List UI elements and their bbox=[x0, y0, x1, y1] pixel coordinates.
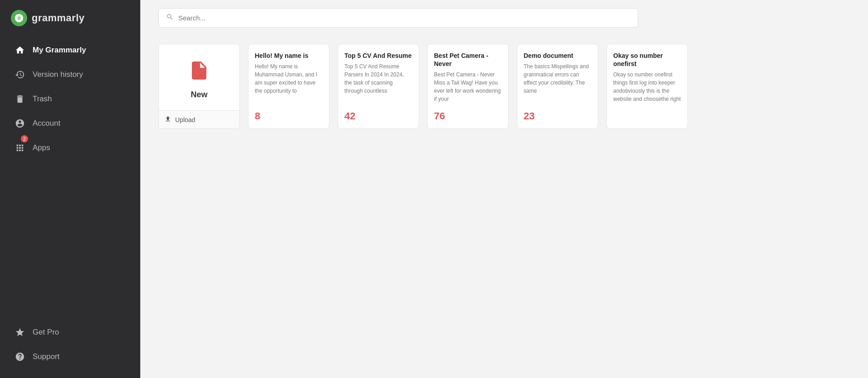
new-file-icon bbox=[188, 60, 210, 85]
doc-excerpt-3: The basics Mispellings and grammatical e… bbox=[524, 62, 591, 103]
doc-card-body-3: Demo document The basics Mispellings and… bbox=[517, 44, 598, 107]
main-content: New Upload Hello! My name is Hello! My n… bbox=[140, 0, 868, 378]
trash-icon bbox=[14, 94, 25, 104]
apps-badge: 2 bbox=[21, 135, 28, 142]
sidebar-label-my-grammarly: My Grammarly bbox=[33, 46, 86, 55]
doc-card-body-4: Okay so number onefirst Okay so number o… bbox=[607, 44, 687, 128]
search-input[interactable] bbox=[178, 14, 630, 22]
logo-text: grammarly bbox=[32, 12, 85, 24]
doc-card-4[interactable]: Okay so number onefirst Okay so number o… bbox=[606, 44, 688, 129]
doc-title-4: Okay so number onefirst bbox=[613, 52, 681, 68]
star-icon bbox=[14, 327, 25, 338]
sidebar-item-support[interactable]: Support bbox=[4, 345, 137, 369]
logo-icon bbox=[11, 10, 27, 26]
doc-card-0[interactable]: Hello! My name is Hello! My name is Muha… bbox=[248, 44, 329, 129]
apps-icon: 2 bbox=[14, 142, 25, 153]
doc-title-1: Top 5 CV And Resume bbox=[344, 52, 412, 60]
doc-count-3: 23 bbox=[517, 107, 598, 128]
sidebar-label-trash: Trash bbox=[33, 94, 52, 104]
doc-card-2[interactable]: Best Pet Camera - Never Best Pet Camera … bbox=[427, 44, 509, 129]
logo-area[interactable]: grammarly bbox=[0, 0, 140, 34]
doc-title-2: Best Pet Camera - Never bbox=[434, 52, 502, 68]
sidebar-label-get-pro: Get Pro bbox=[33, 328, 59, 337]
doc-card-body-0: Hello! My name is Hello! My name is Muha… bbox=[248, 44, 329, 107]
search-icon bbox=[166, 13, 174, 23]
doc-card-1[interactable]: Top 5 CV And Resume Top 5 CV And Resume … bbox=[338, 44, 419, 129]
sidebar-item-my-grammarly[interactable]: My Grammarly bbox=[4, 38, 137, 62]
sidebar-item-account[interactable]: Account bbox=[4, 112, 137, 135]
account-icon bbox=[14, 118, 25, 129]
doc-card-body-2: Best Pet Camera - Never Best Pet Camera … bbox=[428, 44, 508, 107]
doc-excerpt-0: Hello! My name is Muhammad Usman, and I … bbox=[255, 62, 323, 103]
new-document-card[interactable]: New Upload bbox=[158, 44, 240, 129]
doc-card-3[interactable]: Demo document The basics Mispellings and… bbox=[517, 44, 598, 129]
sidebar-item-apps[interactable]: 2 Apps bbox=[4, 136, 137, 160]
doc-excerpt-4: Okay so number onefirst things first log… bbox=[613, 71, 681, 125]
version-history-icon bbox=[14, 69, 25, 80]
docs-grid: New Upload Hello! My name is Hello! My n… bbox=[140, 28, 868, 145]
doc-count-2: 76 bbox=[428, 107, 508, 128]
doc-excerpt-2: Best Pet Camera - Never Miss a Tail Wag!… bbox=[434, 71, 502, 103]
doc-title-3: Demo document bbox=[524, 52, 591, 60]
sidebar-item-trash[interactable]: Trash bbox=[4, 87, 137, 111]
sidebar-item-get-pro[interactable]: Get Pro bbox=[4, 321, 137, 344]
support-icon bbox=[14, 351, 25, 362]
sidebar-label-support: Support bbox=[33, 352, 60, 361]
sidebar-label-apps: Apps bbox=[33, 143, 50, 152]
sidebar-label-version-history: Version history bbox=[33, 70, 83, 79]
doc-excerpt-1: Top 5 CV And Resume Parsers In 2024 In 2… bbox=[344, 62, 412, 103]
search-bar-wrapper bbox=[140, 0, 868, 28]
new-card-label: New bbox=[191, 90, 207, 99]
doc-count-0: 8 bbox=[248, 107, 329, 128]
doc-count-1: 42 bbox=[338, 107, 419, 128]
sidebar-bottom: Get Pro Support bbox=[0, 317, 140, 378]
sidebar-nav: My Grammarly Version history Trash Accou… bbox=[0, 34, 140, 317]
doc-card-body-1: Top 5 CV And Resume Top 5 CV And Resume … bbox=[338, 44, 419, 107]
upload-icon bbox=[164, 115, 172, 124]
new-card-top: New bbox=[159, 44, 239, 110]
sidebar: grammarly My Grammarly Version history T… bbox=[0, 0, 140, 378]
sidebar-item-version-history[interactable]: Version history bbox=[4, 63, 137, 86]
search-bar bbox=[158, 8, 638, 28]
sidebar-label-account: Account bbox=[33, 119, 60, 128]
doc-title-0: Hello! My name is bbox=[255, 52, 323, 60]
upload-button[interactable]: Upload bbox=[159, 110, 239, 128]
upload-label: Upload bbox=[175, 116, 195, 123]
home-icon bbox=[14, 45, 25, 56]
